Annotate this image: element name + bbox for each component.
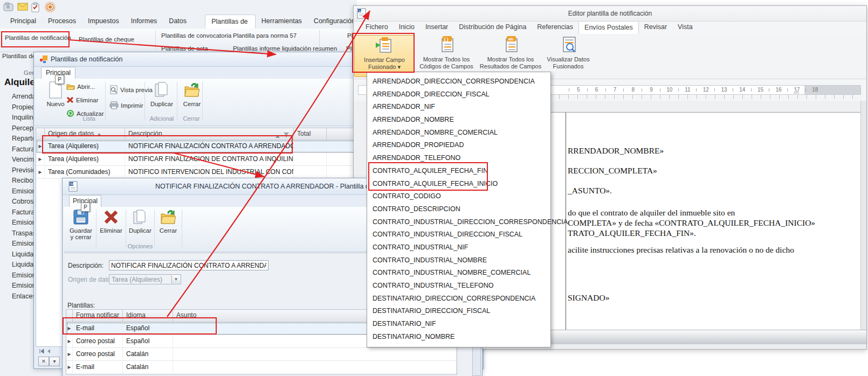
merge-field-item[interactable]: CONTRATO_ALQUILER_FECHA_INICIO (367, 178, 550, 191)
sidebar-item[interactable]: Emisione (12, 239, 36, 249)
plantilla-row[interactable]: ▸ E-mail Catalán (66, 361, 457, 374)
sidebar-item[interactable]: Facturas (12, 207, 36, 218)
eliminar-button[interactable]: Eliminar (66, 96, 99, 103)
editor-tab[interactable]: Vista (672, 21, 698, 34)
editor-tab[interactable]: Inicio (394, 21, 420, 34)
merge-field-item[interactable]: CONTRATO_DESCRIPCION (367, 203, 550, 216)
merge-field-item[interactable]: DESTINATARIO_DIRECCION_FISCAL (367, 305, 550, 318)
merge-field-item[interactable]: CONTRATO_INDUSTRIAL_TELEFONO (367, 280, 550, 293)
editor-tab[interactable]: Referencias (532, 21, 578, 34)
sidebar-item[interactable]: Percepto (12, 123, 36, 134)
merge-field-item[interactable]: CONTRATO_ALQUILER_FECHA_FIN (367, 165, 550, 178)
close-row-button[interactable]: ✕ (38, 357, 49, 366)
column-header-forma[interactable]: Forma notificar (73, 310, 123, 322)
main-tab[interactable]: Impuestos (82, 15, 125, 29)
sidebar-item[interactable]: Liquidaci (12, 260, 36, 270)
vertical-scrollbar[interactable] (860, 101, 866, 330)
ribbon-item-plantillas-notificacion[interactable]: Plantillas de notificación (5, 34, 71, 41)
sidebar-item[interactable]: Emisione (12, 218, 36, 228)
chevron-down-icon[interactable]: ▼ (171, 275, 180, 283)
editor-titlebar[interactable]: W Editor plantilla de notificación (354, 6, 866, 22)
margin-marker-icon[interactable] (793, 89, 800, 94)
merge-field-item[interactable]: CONTRATO_CODIGO (367, 190, 550, 203)
sidebar-item[interactable]: Facturas (12, 144, 36, 155)
insertar-campo-fusionado-button[interactable]: Insertar CampoFusionado ▾ (354, 35, 415, 77)
merge-field-item[interactable]: ARRENDADOR_NOMBRE (367, 114, 550, 127)
imprimir-button[interactable]: Imprimir (109, 101, 143, 109)
ribbon-item-plantilla-norma57[interactable]: Plantilla para norma 57 (233, 32, 297, 39)
main-tab[interactable]: Procesos (42, 15, 82, 29)
editor-title: Editor plantilla de notificación (354, 10, 866, 17)
main-tab[interactable]: Principal (4, 15, 42, 29)
ribbon-item-plantillas-informe-liquidacion[interactable]: Plantillas informe liquidación resumen (233, 45, 337, 52)
record-nav-icons[interactable] (39, 349, 53, 355)
ribbon-item-plantillas-de-cut[interactable]: Plantillas de (2, 53, 36, 59)
merge-field-item[interactable]: CONTRATO_INDUSTRIAL_NOMBRE (367, 254, 550, 267)
merge-field-item[interactable]: DESTINATARIO_DIRECCION_CORRESPONDENCIA (367, 293, 550, 305)
merge-field-item[interactable]: CONTRATO_INDUSTRIAL_DIRECCION_FISCAL (367, 228, 550, 241)
sidebar-item[interactable]: Cobros a (12, 197, 36, 207)
main-tab[interactable]: Plantillas de texto (205, 15, 256, 29)
editor-tab[interactable]: Insertar (420, 21, 453, 34)
sidebar-item[interactable]: Liquidaci (12, 249, 36, 260)
cerrar-button[interactable]: Cerrar (156, 209, 180, 234)
eliminar-button[interactable]: Eliminar (98, 209, 124, 234)
sidebar-item[interactable]: Traspaso (12, 228, 36, 239)
merge-field-item[interactable]: CONTRATO_INDUSTRIAL_DIRECCION_CORRESPOND… (367, 216, 550, 229)
mostrar-resultados-campos-button[interactable]: ab Mostrar Todos losResultados de Campos (479, 35, 542, 76)
sidebar-item[interactable]: Emisione (12, 186, 36, 197)
descripcion-input[interactable] (109, 260, 268, 270)
sidebar-item[interactable]: Emisione (12, 281, 36, 291)
column-header-idioma[interactable]: Idioma (123, 310, 173, 322)
ribbon-item-plantillas-acta[interactable]: Plantillas de acta (161, 45, 208, 52)
editor-tab[interactable]: Distribución de Página (453, 21, 532, 34)
sidebar-item[interactable]: Emisione (12, 270, 36, 281)
merge-field-item[interactable]: ARRENDADOR_PROPIEDAD (367, 139, 550, 152)
app-icon[interactable] (3, 2, 14, 12)
broadcast-icon[interactable] (45, 2, 56, 11)
editor-tab[interactable]: Revisar (639, 21, 672, 34)
main-tab[interactable]: Datos básicos (163, 15, 205, 29)
editor-tab[interactable]: Envíos Postales (578, 21, 639, 34)
sidebar-item[interactable]: Arrendad (12, 92, 36, 102)
merge-field-item[interactable]: ARRENDADOR_DIRECCION_FISCAL (367, 88, 550, 101)
clipboard-icon[interactable] (31, 2, 42, 12)
abrir-button[interactable]: Abrir... (66, 83, 95, 90)
merge-field-item[interactable]: DESTINATARIO_NOMBRE (367, 331, 550, 344)
nuevo-button[interactable]: Nuevo (44, 81, 67, 107)
merge-field-item[interactable]: ARRENDADOR_NIF (367, 101, 550, 114)
dropdown-nav-button[interactable]: ▾ (49, 357, 60, 366)
main-tab[interactable]: Informes (125, 15, 163, 29)
main-tab[interactable]: Herramientas (256, 15, 308, 29)
sidebar-item[interactable]: Inquilinos (12, 113, 36, 123)
mail-icon[interactable] (17, 3, 28, 12)
editor-tab[interactable]: Fichero (360, 21, 394, 34)
mostrar-codigos-campos-button[interactable]: { } Mostrar Todos losCódigos de Campos (416, 35, 477, 76)
sidebar-item[interactable]: Vencimie (12, 155, 36, 165)
sidebar-item[interactable]: Repartos (12, 134, 36, 144)
sidebar-item[interactable]: Recibos (12, 176, 36, 186)
column-header-descripcion[interactable]: Descripción (125, 128, 294, 140)
merge-field-item[interactable]: ARRENDADOR_TELEFONO (367, 152, 550, 165)
merge-field-item[interactable]: CONTRATO_INDUSTRIAL_NIF (367, 241, 550, 254)
window-title: Plantillas de notificación (51, 55, 122, 63)
cerrar-button[interactable]: Cerrar (180, 81, 204, 107)
merge-field-item[interactable]: CONTRATO_INDUSTRIAL_NOMBRE_COMERCIAL (367, 267, 550, 280)
origen-datos-combo[interactable]: Tarea (Alquileres) ▼ (109, 274, 181, 284)
ribbon-item-plantillas-convocatoria[interactable]: Plantillas de convocatoria (161, 32, 231, 39)
duplicar-button[interactable]: Duplicar (148, 81, 175, 107)
sidebar-item[interactable]: Enlaces ( (12, 291, 36, 302)
duplicar-button[interactable]: Duplicar (127, 209, 153, 234)
merge-field-item[interactable]: ARRENDADOR_NOMBRE_COMERCIAL (367, 127, 550, 140)
sidebar-item[interactable]: Prevision (12, 165, 36, 176)
plantilla-row[interactable]: ▸ Correo postal Catalán (66, 348, 457, 361)
merge-field-item[interactable]: ARRENDADOR_DIRECCION_CORRESPONDENCIA (367, 75, 550, 88)
guardar-y-cerrar-button[interactable]: Guardary cerrar (67, 209, 94, 240)
ribbon-item-plantillas-cheque[interactable]: Plantillas de cheque (79, 36, 134, 43)
merge-field-item[interactable]: DESTINATARIO_NIF (367, 318, 550, 331)
visualizar-datos-fusionados-button[interactable]: Visualizar DatosFusionados (543, 35, 593, 76)
sidebar-item[interactable]: Propieda (12, 102, 36, 113)
column-header-total[interactable]: Total (294, 128, 327, 140)
vista-previa-button[interactable]: Vista previa (109, 85, 153, 94)
column-header-origen[interactable]: Origen de datos (45, 128, 125, 140)
